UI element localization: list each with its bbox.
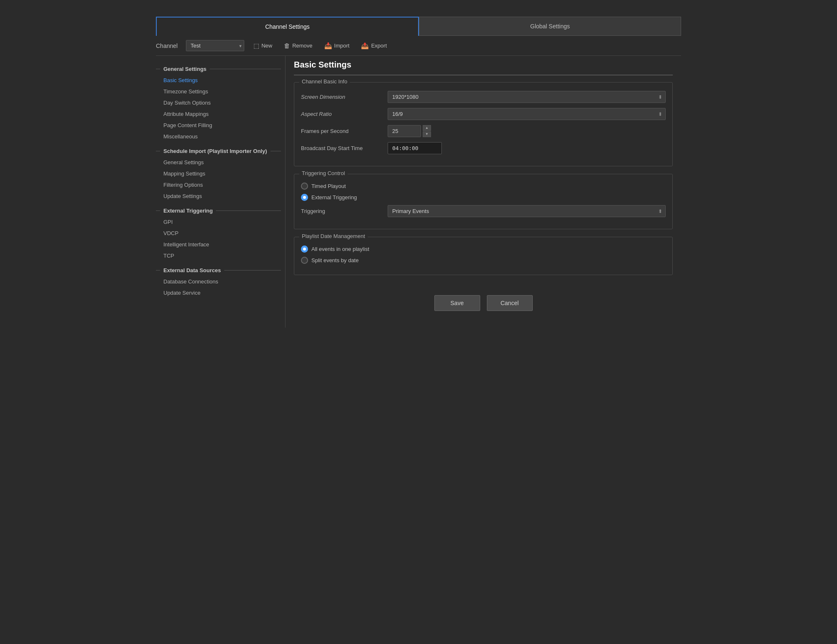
sidebar-item-vdcp[interactable]: VDCP [156,228,281,239]
import-label: Import [334,43,350,49]
external-triggering-radio[interactable] [301,194,308,201]
tab-channel-settings[interactable]: Channel Settings [156,17,419,36]
remove-label: Remove [292,43,312,49]
sidebar-item-general-settings[interactable]: General Settings [156,157,281,168]
screen-dimension-row: Screen Dimension 1920*1080 1280*720 3840… [301,91,666,103]
sidebar-item-update-settings[interactable]: Update Settings [156,190,281,202]
fps-label: Frames per Second [301,128,384,134]
fps-spinner[interactable]: ▲ ▼ [423,125,431,137]
sidebar-item-day-switch-options[interactable]: Day Switch Options [156,97,281,108]
sidebar-item-mapping-settings[interactable]: Mapping Settings [156,168,281,179]
sidebar-item-attribute-mappings[interactable]: Attribute Mappings [156,108,281,120]
external-triggering-label[interactable]: External Triggering [311,194,357,200]
aspect-ratio-row: Aspect Ratio 16/9 4/3 21/9 [301,108,666,120]
fps-row: Frames per Second ▲ ▼ [301,125,666,137]
import-icon: 📥 [324,42,332,50]
tab-bar: Channel Settings Global Settings [156,17,681,36]
sidebar-item-tcp[interactable]: TCP [156,250,281,261]
screen-dimension-select-wrapper[interactable]: 1920*1080 1280*720 3840*2160 [388,91,666,103]
remove-icon: 🗑 [284,42,290,49]
sidebar-item-page-content-filling[interactable]: Page Content Filling [156,120,281,131]
screen-dimension-select[interactable]: 1920*1080 1280*720 3840*2160 [388,91,666,103]
cancel-button[interactable]: Cancel [487,295,533,311]
channel-select[interactable]: Test [186,40,244,51]
sidebar-item-basic-settings[interactable]: Basic Settings [156,75,281,86]
sidebar-item-gpi[interactable]: GPI [156,216,281,228]
fps-down-button[interactable]: ▼ [423,131,431,137]
aspect-ratio-label: Aspect Ratio [301,111,384,117]
all-events-radio[interactable] [301,246,308,253]
new-label: New [261,43,272,49]
new-icon: ⬚ [253,42,259,50]
content-area: Basic Settings Channel Basic Info Screen… [285,56,681,328]
sidebar-item-intelligent-interface[interactable]: Intelligent Interface [156,239,281,250]
sidebar: General Settings Basic Settings Timezone… [156,56,285,328]
export-label: Export [371,43,387,49]
fps-input[interactable] [388,125,421,137]
channel-select-wrapper[interactable]: Test [186,40,244,51]
triggering-select[interactable]: Primary Events Secondary Events All Even… [388,205,666,217]
sidebar-section-schedule-import: Schedule Import (Playlist Importer Only) [156,148,281,154]
section-channel-basic-info-label: Channel Basic Info [299,78,350,85]
screen-dimension-label: Screen Dimension [301,94,384,100]
external-triggering-radio-row: External Triggering [301,194,666,201]
channel-label: Channel [156,43,178,49]
broadcast-start-time-input[interactable] [388,142,442,154]
sidebar-item-filtering-options[interactable]: Filtering Options [156,179,281,190]
triggering-row: Triggering Primary Events Secondary Even… [301,205,666,217]
aspect-ratio-select-wrapper[interactable]: 16/9 4/3 21/9 [388,108,666,120]
section-triggering-control: Triggering Control Timed Playout Externa… [294,174,673,229]
save-button[interactable]: Save [434,295,480,311]
fps-up-button[interactable]: ▲ [423,125,431,131]
all-events-row: All events in one playlist [301,246,666,253]
triggering-select-wrapper[interactable]: Primary Events Secondary Events All Even… [388,205,666,217]
sidebar-section-general-settings: General Settings [156,66,281,72]
timed-playout-row: Timed Playout [301,183,666,190]
split-events-row: Split events by date [301,257,666,264]
section-channel-basic-info: Channel Basic Info Screen Dimension 1920… [294,82,673,166]
aspect-ratio-select[interactable]: 16/9 4/3 21/9 [388,108,666,120]
sidebar-item-timezone-settings[interactable]: Timezone Settings [156,86,281,97]
toolbar: Channel Test ⬚ New 🗑 Remove 📥 Import 📤 E… [156,36,681,56]
page-title: Basic Settings [294,60,673,75]
sidebar-section-external-data-sources: External Data Sources [156,267,281,273]
export-button[interactable]: 📤 Export [358,40,389,51]
timed-playout-label[interactable]: Timed Playout [311,183,346,189]
export-icon: 📤 [361,42,369,50]
section-playlist-date-management-label: Playlist Date Management [299,233,368,239]
broadcast-start-time-row: Broadcast Day Start Time [301,142,666,154]
all-events-label[interactable]: All events in one playlist [311,246,369,252]
footer: Save Cancel [294,283,673,319]
section-playlist-date-management: Playlist Date Management All events in o… [294,237,673,275]
triggering-label: Triggering [301,208,384,214]
new-button[interactable]: ⬚ New [251,40,275,51]
sidebar-item-update-service[interactable]: Update Service [156,287,281,298]
remove-button[interactable]: 🗑 Remove [281,40,315,51]
fps-wrapper[interactable]: ▲ ▼ [388,125,431,137]
sidebar-item-database-connections[interactable]: Database Connections [156,276,281,287]
timed-playout-radio[interactable] [301,183,308,190]
main-layout: General Settings Basic Settings Timezone… [156,56,681,328]
split-events-radio[interactable] [301,257,308,264]
sidebar-section-external-triggering: External Triggering [156,208,281,214]
tab-global-settings[interactable]: Global Settings [419,17,681,36]
section-triggering-control-label: Triggering Control [299,170,348,176]
split-events-label[interactable]: Split events by date [311,257,358,263]
import-button[interactable]: 📥 Import [322,40,352,51]
broadcast-start-time-label: Broadcast Day Start Time [301,145,384,151]
sidebar-item-miscellaneous[interactable]: Miscellaneous [156,131,281,142]
